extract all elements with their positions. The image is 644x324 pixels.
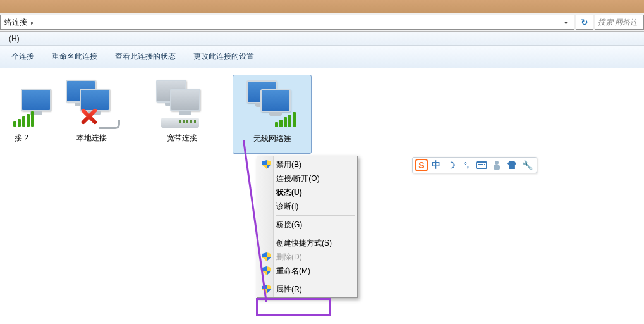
- connection-label: 本地连接: [76, 133, 107, 144]
- cm-rename[interactable]: 重命名(M): [258, 264, 356, 278]
- cm-disable[interactable]: 禁用(B): [258, 158, 356, 171]
- connection-item-partial[interactable]: 接 2: [3, 75, 40, 154]
- context-menu-separator: [276, 234, 355, 234]
- shield-icon: [261, 284, 272, 295]
- context-menu-separator: [276, 280, 355, 280]
- menubar: (H): [0, 32, 644, 46]
- address-dropdown-icon[interactable]: ▾: [560, 19, 571, 26]
- cm-status[interactable]: 状态(U): [258, 185, 356, 199]
- toolbar-view-status[interactable]: 查看此连接的状态: [106, 49, 185, 65]
- connection-label: 无线网络连: [253, 134, 291, 144]
- search-placeholder: 搜索 网络连: [598, 17, 638, 28]
- refresh-button[interactable]: ↻: [576, 15, 593, 30]
- cm-properties[interactable]: 属性(R): [258, 282, 356, 296]
- ime-keyboard-icon[interactable]: [475, 159, 489, 171]
- breadcrumb-arrow-icon[interactable]: ▸: [28, 19, 37, 26]
- breadcrumb-segment[interactable]: 络连接: [3, 17, 28, 28]
- shield-icon: [261, 251, 272, 263]
- connection-item-wireless[interactable]: 无线网络连: [233, 75, 312, 154]
- toolbar-rename[interactable]: 重命名此连接: [43, 49, 106, 65]
- cm-connect-disconnect[interactable]: 连接/断开(O): [258, 171, 356, 185]
- context-menu: 禁用(B) 连接/断开(O) 状态(U) 诊断(I) 桥接(G) 创建快捷方式(…: [257, 156, 358, 298]
- ime-punct-button[interactable]: °,: [459, 159, 473, 171]
- connection-item-broadband[interactable]: 宽带连接: [142, 75, 221, 154]
- refresh-icon: ↻: [581, 17, 588, 27]
- ime-moon-icon[interactable]: ☽: [444, 159, 458, 171]
- cm-bridge[interactable]: 桥接(G): [258, 218, 356, 232]
- modem-icon: [161, 118, 199, 128]
- toolbar: 个连接 重命名此连接 查看此连接的状态 更改此连接的设置: [0, 46, 644, 68]
- address-row: 络连接 ▸ ▾ ↻ 搜索 网络连: [0, 13, 644, 32]
- context-menu-separator: [276, 215, 355, 216]
- cm-diagnose[interactable]: 诊断(I): [258, 199, 356, 213]
- shield-icon: [261, 265, 272, 277]
- search-input[interactable]: 搜索 网络连: [595, 15, 644, 30]
- toolbar-this-connection[interactable]: 个连接: [3, 49, 43, 65]
- shield-icon: [261, 159, 272, 170]
- connection-item-local[interactable]: 本地连接: [52, 75, 131, 154]
- ime-sogou-logo-icon[interactable]: S: [415, 159, 428, 171]
- ime-settings-icon[interactable]: 🔧: [520, 159, 534, 171]
- cm-delete: 删除(D): [258, 250, 356, 264]
- ime-toolbar[interactable]: S 中 ☽ °, 🔧: [412, 157, 537, 173]
- network-icon: [244, 79, 301, 130]
- connection-label: 宽带连接: [167, 133, 197, 144]
- ime-person-icon[interactable]: [490, 159, 504, 171]
- menu-help[interactable]: (H): [4, 33, 25, 44]
- disconnected-x-icon: [80, 108, 97, 125]
- network-icon: [4, 78, 39, 129]
- network-icon: [154, 78, 210, 129]
- signal-bars-icon: [275, 112, 296, 127]
- address-bar[interactable]: 络连接 ▸ ▾: [0, 15, 574, 30]
- connection-label: 接 2: [15, 133, 28, 144]
- cm-create-shortcut[interactable]: 创建快捷方式(S): [258, 236, 356, 250]
- network-icon: [63, 78, 120, 129]
- ime-lang-button[interactable]: 中: [429, 159, 443, 171]
- ime-shirt-icon[interactable]: [505, 159, 519, 171]
- signal-bars-icon: [13, 111, 34, 127]
- window-titlebar: [0, 0, 644, 13]
- toolbar-change-settings[interactable]: 更改此连接的设置: [185, 49, 263, 65]
